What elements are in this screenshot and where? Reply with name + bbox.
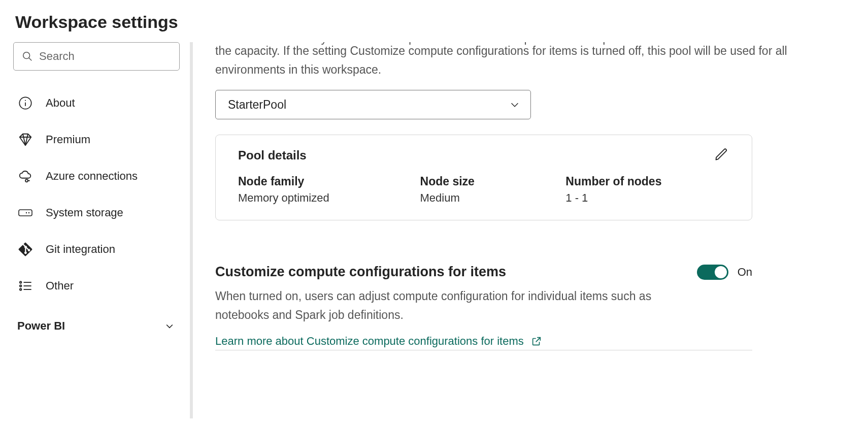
link-text: Learn more about Customize compute confi… — [215, 335, 524, 348]
pool-col-value: 1 - 1 — [565, 191, 729, 205]
customize-learn-more-link[interactable]: Learn more about Customize compute confi… — [215, 335, 542, 348]
sidebar-item-azure-connections[interactable]: Azure connections — [13, 158, 190, 194]
customize-toggle[interactable] — [697, 265, 728, 280]
pool-col-value: Memory optimized — [238, 191, 420, 205]
sidebar-section-label: Power BI — [17, 319, 65, 333]
customize-toggle-label: On — [738, 266, 752, 279]
sidebar: About Premium Azure connections — [0, 42, 193, 418]
svg-point-7 — [28, 212, 29, 213]
pool-col-label: Node family — [238, 175, 420, 188]
svg-point-4 — [25, 100, 26, 101]
info-icon — [17, 95, 34, 111]
git-icon — [17, 241, 34, 257]
layout: About Premium Azure connections — [0, 42, 868, 418]
svg-line-1 — [29, 58, 31, 60]
pool-col-value: Medium — [420, 191, 566, 205]
pool-dropdown[interactable]: StarterPool — [215, 90, 531, 119]
pencil-icon — [714, 147, 729, 161]
customize-section: Customize compute configurations for ite… — [215, 264, 752, 350]
chevron-down-icon — [509, 99, 520, 110]
search-input[interactable] — [39, 50, 171, 63]
page-title: Workspace settings — [0, 0, 868, 42]
pool-col-label: Number of nodes — [565, 175, 729, 188]
sidebar-item-git-integration[interactable]: Git integration — [13, 231, 190, 268]
svg-point-10 — [20, 285, 22, 287]
customize-title: Customize compute configurations for ite… — [215, 264, 506, 280]
sidebar-section-power-bi[interactable]: Power BI — [13, 304, 190, 333]
customize-description: When turned on, users can adjust compute… — [215, 287, 692, 324]
sidebar-item-label: Azure connections — [46, 170, 138, 183]
sidebar-item-other[interactable]: Other — [13, 268, 190, 304]
sidebar-item-label: About — [46, 96, 75, 110]
svg-point-11 — [20, 288, 22, 290]
storage-icon — [17, 205, 34, 221]
pool-col-node-size: Node size Medium — [420, 175, 566, 205]
edit-pool-button[interactable] — [714, 147, 729, 163]
sidebar-item-label: Git integration — [46, 243, 115, 256]
toggle-knob — [715, 266, 727, 278]
chevron-down-icon — [164, 321, 175, 331]
list-icon — [17, 278, 34, 294]
sidebar-item-system-storage[interactable]: System storage — [13, 194, 190, 231]
sidebar-item-label: Other — [46, 279, 74, 293]
pool-col-node-family: Node family Memory optimized — [238, 175, 420, 205]
sidebar-item-label: Premium — [46, 133, 90, 146]
pool-dropdown-value: StarterPool — [228, 98, 286, 112]
pool-col-label: Node size — [420, 175, 566, 188]
search-input-container[interactable] — [13, 42, 180, 71]
customize-header: Customize compute configurations for ite… — [215, 264, 752, 280]
external-link-icon — [531, 336, 542, 347]
svg-point-5 — [25, 179, 28, 182]
customize-toggle-container: On — [697, 265, 752, 280]
pool-details-card: Pool details Node family Memory optimize… — [215, 135, 752, 220]
sidebar-item-premium[interactable]: Premium — [13, 121, 190, 158]
svg-point-8 — [26, 212, 27, 213]
main-content: Use the automatically created starter po… — [193, 42, 868, 418]
pool-description: the capacity. If the setting Customize c… — [215, 42, 848, 79]
svg-rect-6 — [19, 210, 32, 216]
pool-col-number-of-nodes: Number of nodes 1 - 1 — [565, 175, 729, 205]
sidebar-item-about[interactable]: About — [13, 85, 190, 121]
diamond-icon — [17, 132, 34, 148]
pool-details-columns: Node family Memory optimized Node size M… — [238, 175, 729, 205]
cloud-connection-icon — [17, 168, 34, 184]
svg-point-9 — [20, 281, 22, 283]
svg-point-0 — [23, 52, 30, 59]
search-icon — [22, 51, 33, 62]
pool-details-title: Pool details — [238, 148, 729, 163]
sidebar-item-label: System storage — [46, 206, 123, 219]
